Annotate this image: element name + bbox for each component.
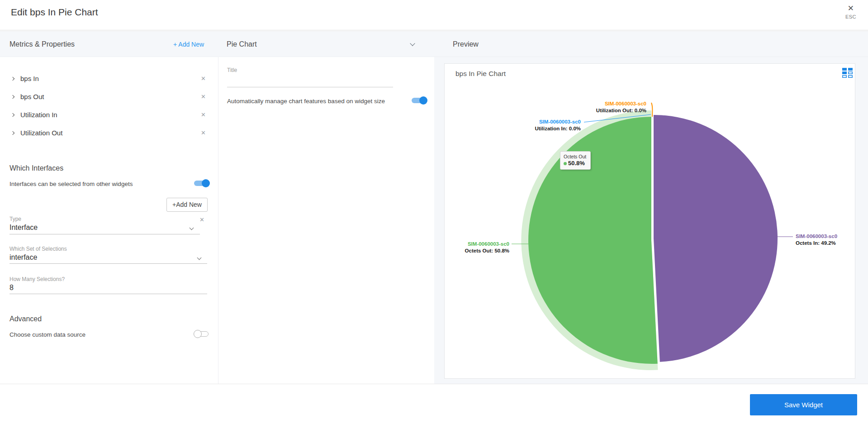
how-many-underline xyxy=(9,294,207,294)
remove-metric-icon[interactable]: ✕ xyxy=(201,75,206,82)
chevron-down-icon[interactable] xyxy=(410,41,415,46)
callout-series-name: SIM-0060003-sc0 xyxy=(446,241,509,248)
metric-row-bps-out[interactable]: bps Out ✕ xyxy=(0,93,218,103)
series-color-dot xyxy=(564,162,567,165)
callout-value: Octets In: 49.2% xyxy=(796,240,855,247)
section-header-band: Metrics & Properties + Add New Pie Chart… xyxy=(0,31,868,57)
chevron-right-icon[interactable] xyxy=(11,95,14,99)
metric-row-utilization-out[interactable]: Utilization Out ✕ xyxy=(0,129,218,139)
type-field-label: Type xyxy=(9,216,21,222)
metric-row-utilization-in[interactable]: Utilization In ✕ xyxy=(0,111,218,121)
callout-utilization-in: SIM-0060003-sc0 Utilization In: 0.0% xyxy=(517,119,581,132)
widget-preview-card: bps In Pie Chart SIM-0060003-sc0 Utiliza… xyxy=(444,63,855,379)
remove-metric-icon[interactable]: ✕ xyxy=(201,129,206,136)
how-many-input[interactable]: 8 xyxy=(9,284,14,292)
custom-source-label: Choose custom data source xyxy=(9,331,85,338)
chevron-down-icon[interactable] xyxy=(197,256,202,260)
shared-interfaces-toggle[interactable] xyxy=(194,179,209,187)
toggle-knob[interactable] xyxy=(419,96,427,105)
remove-metric-icon[interactable]: ✕ xyxy=(201,93,206,100)
remove-type-icon[interactable]: ✕ xyxy=(199,216,204,223)
close-icon[interactable]: ✕ xyxy=(845,4,856,13)
selection-set-label: Which Set of Selections xyxy=(9,246,67,252)
save-widget-button[interactable]: Save Widget xyxy=(750,394,857,415)
leader-line-utilization-out xyxy=(651,103,653,117)
callout-octets-in: SIM-0060003-sc0 Octets In: 49.2% xyxy=(796,233,855,246)
callout-series-name: SIM-0060003-sc0 xyxy=(517,119,581,125)
tooltip-value: 50.8% xyxy=(564,160,586,167)
selection-set-underline xyxy=(9,263,207,264)
pie-slice-octets-out[interactable] xyxy=(528,117,658,364)
dialog-title: Edit bps In Pie Chart xyxy=(11,7,98,18)
dialog-titlebar: Edit bps In Pie Chart ✕ ESC xyxy=(0,0,868,30)
add-new-interface-button[interactable]: +Add New xyxy=(166,198,208,212)
preview-panel-header: Preview xyxy=(453,31,479,57)
callout-value: Utilization Out: 0.0% xyxy=(583,107,646,114)
callout-value: Utilization In: 0.0% xyxy=(517,125,581,132)
pie-chart-settings-panel: Title Automatically manage chart feature… xyxy=(218,57,434,384)
tooltip-series-label: Octets Out xyxy=(564,154,586,159)
metric-label: Utilization In xyxy=(20,111,57,119)
advanced-heading: Advanced xyxy=(9,315,42,323)
chart-tooltip: Octets Out 50.8% xyxy=(560,151,591,170)
pie-slice-octets-in[interactable] xyxy=(654,115,778,362)
metrics-panel-header: Metrics & Properties xyxy=(9,31,75,57)
chevron-right-icon[interactable] xyxy=(11,77,14,81)
chevron-right-icon[interactable] xyxy=(11,113,14,117)
callout-utilization-out: SIM-0060003-sc0 Utilization Out: 0.0% xyxy=(583,100,646,114)
type-select-underline xyxy=(9,234,200,234)
metric-label: bps In xyxy=(20,75,39,82)
type-select[interactable]: Interface xyxy=(9,224,38,232)
chart-title-underline xyxy=(227,87,393,87)
which-interfaces-heading: Which Interfaces xyxy=(9,164,63,172)
esc-hint: ESC xyxy=(845,14,856,19)
custom-source-toggle[interactable] xyxy=(194,330,209,338)
selection-set-select[interactable]: interface xyxy=(9,253,37,262)
chevron-down-icon[interactable] xyxy=(190,226,194,230)
toggle-knob[interactable] xyxy=(194,330,202,338)
tooltip-percent: 50.8% xyxy=(568,160,585,167)
metrics-properties-panel: bps In ✕ bps Out ✕ Utilization In ✕ Util… xyxy=(0,57,218,384)
close-button[interactable]: ✕ ESC xyxy=(845,4,856,19)
chart-title-field-label: Title xyxy=(227,67,237,73)
pie-chart-canvas xyxy=(445,64,856,379)
chart-type-header[interactable]: Pie Chart xyxy=(227,31,257,57)
dialog-footer: Save Widget xyxy=(0,384,868,424)
callout-series-name: SIM-0060003-sc0 xyxy=(796,233,855,240)
auto-manage-toggle[interactable] xyxy=(412,96,427,105)
toggle-knob[interactable] xyxy=(202,179,210,187)
shared-interfaces-toggle-label: Interfaces can be selected from other wi… xyxy=(9,181,133,187)
metric-label: Utilization Out xyxy=(20,129,62,137)
callout-series-name: SIM-0060003-sc0 xyxy=(583,100,646,107)
callout-octets-out: SIM-0060003-sc0 Octets Out: 50.8% xyxy=(446,241,509,254)
callout-value: Octets Out: 50.8% xyxy=(446,248,509,254)
chevron-right-icon[interactable] xyxy=(11,131,14,135)
preview-area: bps In Pie Chart SIM-0060003-sc0 Utiliza… xyxy=(434,57,868,384)
remove-metric-icon[interactable]: ✕ xyxy=(201,111,206,118)
how-many-label: How Many Selections? xyxy=(9,276,65,282)
auto-manage-label: Automatically manage chart features base… xyxy=(227,98,385,105)
metric-row-bps-in[interactable]: bps In ✕ xyxy=(0,75,218,85)
add-new-metric-link[interactable]: + Add New xyxy=(173,31,204,57)
metric-label: bps Out xyxy=(20,93,44,100)
